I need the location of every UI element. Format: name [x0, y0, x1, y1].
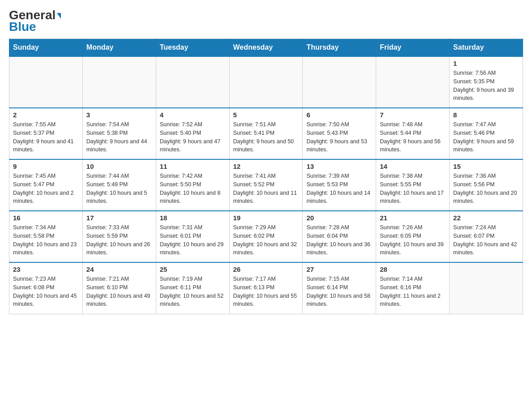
calendar-week-4: 16Sunrise: 7:34 AMSunset: 5:58 PMDayligh…: [9, 211, 523, 262]
day-number: 21: [380, 214, 446, 222]
calendar-cell: 19Sunrise: 7:29 AMSunset: 6:02 PMDayligh…: [229, 211, 303, 262]
day-info: Sunrise: 7:38 AMSunset: 5:55 PMDaylight:…: [380, 172, 446, 206]
day-number: 27: [306, 265, 372, 273]
weekday-header-tuesday: Tuesday: [156, 39, 229, 57]
calendar-cell: 22Sunrise: 7:24 AMSunset: 6:07 PMDayligh…: [450, 211, 523, 262]
day-number: 19: [233, 214, 299, 222]
calendar-cell: 8Sunrise: 7:47 AMSunset: 5:46 PMDaylight…: [450, 108, 523, 159]
calendar-cell: 26Sunrise: 7:17 AMSunset: 6:13 PMDayligh…: [229, 262, 303, 314]
day-number: 12: [233, 163, 299, 170]
calendar-cell: 17Sunrise: 7:33 AMSunset: 5:59 PMDayligh…: [82, 211, 156, 262]
day-number: 23: [13, 265, 79, 273]
day-number: 8: [453, 111, 519, 119]
weekday-header-sunday: Sunday: [9, 39, 83, 57]
calendar-cell: 9Sunrise: 7:45 AMSunset: 5:47 PMDaylight…: [9, 159, 83, 211]
calendar-cell: 14Sunrise: 7:38 AMSunset: 5:55 PMDayligh…: [376, 159, 450, 211]
day-info: Sunrise: 7:23 AMSunset: 6:08 PMDaylight:…: [13, 275, 79, 308]
day-number: 10: [86, 163, 152, 170]
day-info: Sunrise: 7:56 AMSunset: 5:35 PMDaylight:…: [453, 69, 519, 103]
day-info: Sunrise: 7:52 AMSunset: 5:40 PMDaylight:…: [160, 120, 226, 154]
calendar-cell: [156, 56, 229, 108]
weekday-header-saturday: Saturday: [450, 39, 523, 57]
calendar-cell: 16Sunrise: 7:34 AMSunset: 5:58 PMDayligh…: [9, 211, 83, 262]
day-info: Sunrise: 7:19 AMSunset: 6:11 PMDaylight:…: [160, 275, 226, 308]
calendar-cell: 24Sunrise: 7:21 AMSunset: 6:10 PMDayligh…: [82, 262, 156, 314]
weekday-header-wednesday: Wednesday: [229, 39, 303, 57]
day-info: Sunrise: 7:41 AMSunset: 5:52 PMDaylight:…: [233, 172, 299, 206]
calendar-cell: [303, 56, 376, 108]
day-number: 14: [380, 163, 446, 170]
weekday-header-thursday: Thursday: [303, 39, 376, 57]
calendar-cell: 20Sunrise: 7:28 AMSunset: 6:04 PMDayligh…: [303, 211, 376, 262]
logo-blue: Blue: [9, 20, 36, 34]
calendar-cell: 15Sunrise: 7:36 AMSunset: 5:56 PMDayligh…: [450, 159, 523, 211]
calendar-cell: 2Sunrise: 7:55 AMSunset: 5:37 PMDaylight…: [9, 108, 83, 159]
day-number: 2: [13, 111, 79, 119]
day-number: 28: [380, 265, 446, 273]
day-number: 6: [306, 111, 372, 119]
day-number: 24: [86, 265, 152, 273]
day-info: Sunrise: 7:26 AMSunset: 6:05 PMDaylight:…: [380, 223, 446, 257]
day-number: 7: [380, 111, 446, 119]
calendar-week-2: 2Sunrise: 7:55 AMSunset: 5:37 PMDaylight…: [9, 108, 523, 159]
day-info: Sunrise: 7:51 AMSunset: 5:41 PMDaylight:…: [233, 120, 299, 154]
calendar-cell: 21Sunrise: 7:26 AMSunset: 6:05 PMDayligh…: [376, 211, 450, 262]
page-header: General Blue: [9, 9, 523, 34]
day-info: Sunrise: 7:48 AMSunset: 5:44 PMDaylight:…: [380, 120, 446, 154]
calendar-cell: 6Sunrise: 7:50 AMSunset: 5:43 PMDaylight…: [303, 108, 376, 159]
calendar-cell: 11Sunrise: 7:42 AMSunset: 5:50 PMDayligh…: [156, 159, 229, 211]
calendar-cell: [229, 56, 303, 108]
calendar-cell: 23Sunrise: 7:23 AMSunset: 6:08 PMDayligh…: [9, 262, 83, 314]
calendar-cell: 7Sunrise: 7:48 AMSunset: 5:44 PMDaylight…: [376, 108, 450, 159]
calendar-cell: 5Sunrise: 7:51 AMSunset: 5:41 PMDaylight…: [229, 108, 303, 159]
day-info: Sunrise: 7:45 AMSunset: 5:47 PMDaylight:…: [13, 172, 79, 206]
calendar-cell: [9, 56, 83, 108]
calendar-cell: 18Sunrise: 7:31 AMSunset: 6:01 PMDayligh…: [156, 211, 229, 262]
day-number: 25: [160, 265, 226, 273]
calendar-cell: 27Sunrise: 7:15 AMSunset: 6:14 PMDayligh…: [303, 262, 376, 314]
logo: General Blue: [9, 9, 61, 34]
day-number: 9: [13, 163, 79, 170]
calendar-cell: [82, 56, 156, 108]
day-number: 18: [160, 214, 226, 222]
calendar-header-row: SundayMondayTuesdayWednesdayThursdayFrid…: [9, 39, 523, 57]
day-info: Sunrise: 7:34 AMSunset: 5:58 PMDaylight:…: [13, 223, 79, 257]
day-info: Sunrise: 7:55 AMSunset: 5:37 PMDaylight:…: [13, 120, 79, 154]
calendar-week-5: 23Sunrise: 7:23 AMSunset: 6:08 PMDayligh…: [9, 262, 523, 314]
day-info: Sunrise: 7:39 AMSunset: 5:53 PMDaylight:…: [306, 172, 372, 206]
weekday-header-friday: Friday: [376, 39, 450, 57]
calendar-table: SundayMondayTuesdayWednesdayThursdayFrid…: [9, 39, 523, 314]
day-number: 11: [160, 163, 226, 170]
calendar-cell: 1Sunrise: 7:56 AMSunset: 5:35 PMDaylight…: [450, 56, 523, 108]
calendar-cell: [450, 262, 523, 314]
calendar-week-3: 9Sunrise: 7:45 AMSunset: 5:47 PMDaylight…: [9, 159, 523, 211]
calendar-week-1: 1Sunrise: 7:56 AMSunset: 5:35 PMDaylight…: [9, 56, 523, 108]
day-number: 15: [453, 163, 519, 170]
day-number: 3: [86, 111, 152, 119]
calendar-cell: 10Sunrise: 7:44 AMSunset: 5:49 PMDayligh…: [82, 159, 156, 211]
day-info: Sunrise: 7:47 AMSunset: 5:46 PMDaylight:…: [453, 120, 519, 154]
day-info: Sunrise: 7:54 AMSunset: 5:38 PMDaylight:…: [86, 120, 152, 154]
day-number: 17: [86, 214, 152, 222]
day-info: Sunrise: 7:15 AMSunset: 6:14 PMDaylight:…: [306, 275, 372, 308]
calendar-cell: 28Sunrise: 7:14 AMSunset: 6:16 PMDayligh…: [376, 262, 450, 314]
day-number: 20: [306, 214, 372, 222]
calendar-cell: 4Sunrise: 7:52 AMSunset: 5:40 PMDaylight…: [156, 108, 229, 159]
day-number: 5: [233, 111, 299, 119]
day-number: 26: [233, 265, 299, 273]
day-info: Sunrise: 7:31 AMSunset: 6:01 PMDaylight:…: [160, 223, 226, 257]
day-number: 1: [453, 60, 519, 67]
calendar-cell: 13Sunrise: 7:39 AMSunset: 5:53 PMDayligh…: [303, 159, 376, 211]
day-info: Sunrise: 7:42 AMSunset: 5:50 PMDaylight:…: [160, 172, 226, 206]
day-info: Sunrise: 7:33 AMSunset: 5:59 PMDaylight:…: [86, 223, 152, 257]
day-number: 16: [13, 214, 79, 222]
day-info: Sunrise: 7:44 AMSunset: 5:49 PMDaylight:…: [86, 172, 152, 206]
day-number: 22: [453, 214, 519, 222]
day-number: 4: [160, 111, 226, 119]
day-number: 13: [306, 163, 372, 170]
calendar-cell: [376, 56, 450, 108]
calendar-cell: 3Sunrise: 7:54 AMSunset: 5:38 PMDaylight…: [82, 108, 156, 159]
day-info: Sunrise: 7:36 AMSunset: 5:56 PMDaylight:…: [453, 172, 519, 206]
day-info: Sunrise: 7:28 AMSunset: 6:04 PMDaylight:…: [306, 223, 372, 257]
calendar-cell: 12Sunrise: 7:41 AMSunset: 5:52 PMDayligh…: [229, 159, 303, 211]
